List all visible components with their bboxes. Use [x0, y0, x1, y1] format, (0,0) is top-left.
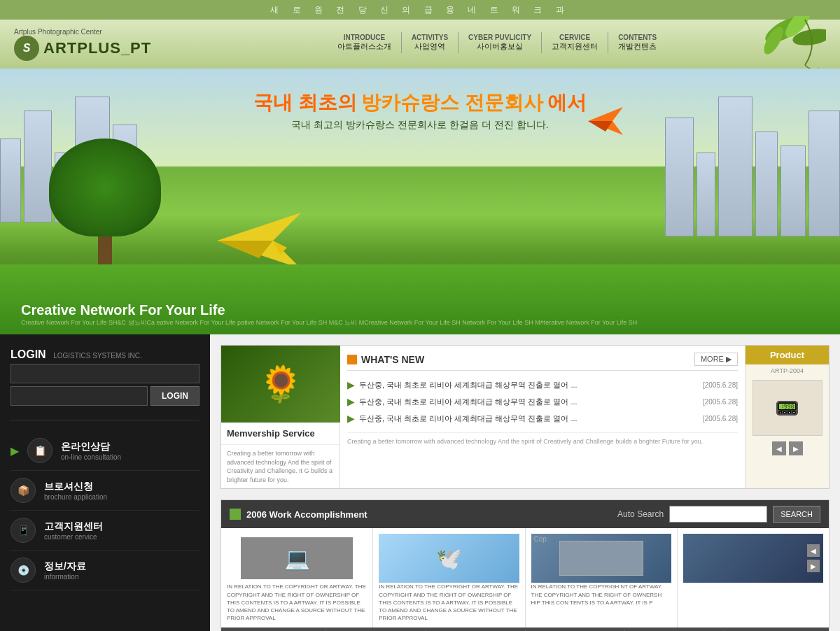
sidebar-item-3[interactable]: 💿 정보/자료 information — [10, 551, 200, 590]
nav-item[interactable]: CERVICE고객지원센터 — [542, 32, 608, 53]
logo-sub: Artplus Photographic Center — [14, 28, 168, 36]
news-box: WHAT'S NEW MORE ▶ ▶ 두산중, 국내 최초로 리비아 세계최대… — [340, 346, 745, 488]
sidebar-item-2[interactable]: 📱 고객지원센터 customer cervice — [10, 511, 200, 551]
hero-main-text: 국내 최초의 방카슈랑스 전문회사 에서 — [253, 90, 587, 116]
login-subtitle: LOGISTICS SYSTEMS INC. — [53, 352, 142, 360]
product-icon: 📟 — [775, 397, 799, 420]
hero-bottom-big: Creative Network For Your Life — [21, 302, 637, 318]
hero-text-big: 방카슈랑스 전문회사 — [361, 92, 543, 113]
news-item: ▶ 두산중, 국내 최초로 리비아 세계최대급 해상무역 진출로 열어 ... … — [347, 376, 738, 393]
news-text: 두산중, 국내 최초로 리비아 세계최대급 해상무역 진출로 열어 ... — [359, 380, 699, 390]
sidebar-menu: ▶ 📋 온라인상담 on-line consultation 📦 브로셔신청 b… — [10, 431, 200, 590]
login-button[interactable]: LOGIN — [150, 386, 200, 406]
news-date: [2005.6.28] — [703, 398, 738, 406]
product-next[interactable]: ▶ — [789, 441, 803, 455]
work-img-text: IN RELATION TO THE COPYRIGHT OR ARTWAY. … — [227, 583, 367, 622]
hero-bottom-text: Creative Network For Your Life Creative … — [21, 302, 637, 328]
membership-image: 🌻 — [221, 346, 340, 423]
news-item: ▶ 두산중, 국내 최초로 리비아 세계최대급 해상무역 진출로 열어 ... … — [347, 410, 738, 427]
membership-desc: Creating a better tomorrow with advanced… — [221, 445, 340, 488]
password-input[interactable] — [10, 386, 148, 406]
sidebar-item-kr: 정보/자료 — [44, 560, 86, 573]
work-title-icon — [230, 509, 241, 520]
hero-bottom-small: Creative Network For Your Life SH&C 생뇨비C… — [21, 318, 637, 328]
news-title-text: WHAT'S NEW — [361, 354, 424, 365]
work-images: 💻 IN RELATION TO THE COPYRIGHT OR ARTWAY… — [221, 528, 829, 628]
hero-section: 국내 최초의 방카슈랑스 전문회사 에서 국내 최고의 방카슈랑스 전문회사로 … — [0, 69, 840, 334]
hero-text-part2: 에서 — [547, 92, 587, 113]
work-img-text: IN RELATION TO THE COPYRIGH NT OF ARTWAY… — [531, 583, 671, 607]
sidebar-item-1[interactable]: 📦 브로셔신청 brochure application — [10, 471, 200, 511]
sidebar-item-en: brochure application — [44, 493, 107, 501]
work-section: 2006 Work Accomplishment Auto Search SEA… — [220, 499, 830, 631]
login-title: LOGIN LOGISTICS SYSTEMS INC. — [10, 348, 200, 361]
news-text: 두산중, 국내 최초로 리비아 세계최대급 해상무역 진출로 열어 ... — [359, 397, 699, 407]
product-prev[interactable]: ◀ — [772, 441, 786, 455]
logo-text: ARTPLUS_PT — [43, 39, 151, 57]
news-bullet: ▶ — [347, 379, 355, 390]
work-image-2: Cop IN RELATION TO THE COPYRIGH NT OF AR… — [526, 528, 678, 628]
login-row: LOGIN — [10, 386, 200, 406]
news-footer: Creating a better tomorrow with advanced… — [347, 432, 738, 447]
work-header: 2006 Work Accomplishment Auto Search SEA… — [221, 500, 829, 528]
auto-search-label: Auto Search — [617, 509, 664, 519]
logo-initial: S — [23, 42, 31, 55]
sidebar: LOGIN LOGISTICS SYSTEMS INC. LOGIN ▶ 📋 온… — [0, 334, 210, 631]
sidebar-item-kr: 온라인상담 — [61, 441, 121, 453]
work-title: 2006 Work Accomplishment — [230, 509, 368, 520]
sidebar-icon-1: 📦 — [10, 478, 36, 503]
nav-item[interactable]: ACTIVITYS사업영역 — [402, 32, 458, 53]
news-bullet: ▶ — [347, 396, 355, 407]
work-img-text: IN RELATION TO THE COPYRIGHT OR ARTWAY. … — [379, 583, 519, 622]
paper-plane-yellow — [217, 213, 301, 271]
sidebar-icon-2: 📱 — [10, 518, 36, 543]
login-section: LOGIN LOGISTICS SYSTEMS INC. LOGIN — [10, 348, 200, 406]
membership-box: 🌻 Memvership Service Creating a better t… — [221, 346, 340, 488]
nav-item[interactable]: INTRODUCE아트플러스소개 — [328, 32, 402, 53]
news-item: ▶ 두산중, 국내 최초로 리비아 세계최대급 해상무역 진출로 열어 ... … — [347, 393, 738, 410]
work-image-1: 🕊️ IN RELATION TO THE COPYRIGHT OR ARTWA… — [373, 528, 525, 628]
top-bar: 새 로 원 전 당 신 의 급 융 네 트 워 크 과 — [0, 0, 840, 20]
news-list: ▶ 두산중, 국내 최초로 리비아 세계최대급 해상무역 진출로 열어 ... … — [347, 376, 738, 427]
news-header: WHAT'S NEW MORE ▶ — [347, 353, 738, 371]
nav-top: INTRODUCE아트플러스소개ACTIVITYS사업영역CYBER PUVLI… — [328, 32, 666, 53]
news-date: [2005.6.28] — [703, 415, 738, 423]
username-input[interactable] — [10, 364, 200, 383]
hero-tree — [42, 139, 168, 278]
sidebar-item-text-0: 온라인상담 on-line consultation — [61, 441, 121, 461]
sidebar-icon-0: 📋 — [27, 438, 52, 463]
product-image: 📟 — [752, 380, 822, 436]
more-button[interactable]: MORE ▶ — [694, 353, 738, 366]
search-button[interactable]: SEARCH — [773, 506, 820, 523]
tree-crown — [49, 139, 161, 236]
nav-item[interactable]: CONTENTS개발컨텐츠 — [608, 32, 666, 53]
work-image-0: 💻 IN RELATION TO THE COPYRIGHT OR ARTWAY… — [221, 528, 373, 628]
sidebar-item-text-1: 브로셔신청 brochure application — [44, 481, 107, 501]
work-footer: ARTPLUS WORKARTPLUS WORKARTPLUS WORKARTP… — [221, 628, 829, 631]
sidebar-item-en: on-line consultation — [61, 453, 121, 461]
nav-item[interactable]: CYBER PUVLICITY사이버홍보실 — [458, 32, 542, 53]
sidebar-item-0[interactable]: ▶ 📋 온라인상담 on-line consultation — [10, 431, 200, 471]
sidebar-item-kr: 브로셔신청 — [44, 481, 107, 493]
logo-area: Artplus Photographic Center S ARTPLUS_PT — [14, 28, 168, 61]
news-title-icon — [347, 355, 357, 364]
arrow-icon: ▶ — [10, 444, 19, 458]
sidebar-item-kr: 고객지원센터 — [44, 520, 103, 533]
main-content: LOGIN LOGISTICS SYSTEMS INC. LOGIN ▶ 📋 온… — [0, 334, 840, 631]
sidebar-item-en: customer cervice — [44, 533, 103, 541]
content-area: 🌻 Memvership Service Creating a better t… — [210, 334, 840, 631]
news-bullet: ▶ — [347, 413, 355, 424]
work-title-text: 2006 Work Accomplishment — [246, 509, 368, 520]
membership-label: Memvership Service — [221, 423, 340, 445]
svg-marker-5 — [588, 121, 612, 132]
search-input[interactable] — [669, 506, 767, 523]
logo-main[interactable]: S ARTPLUS_PT — [14, 36, 168, 61]
sidebar-icon-3: 💿 — [10, 558, 36, 583]
news-title: WHAT'S NEW — [347, 354, 424, 365]
news-date: [2005.6.28] — [703, 381, 738, 389]
product-header: Product — [746, 346, 829, 364]
buildings-right — [665, 83, 840, 236]
logo-icon: S — [14, 36, 39, 61]
product-box: Product ARTP-2004 📟 ◀ ▶ — [745, 346, 829, 488]
sidebar-divider — [10, 420, 200, 420]
